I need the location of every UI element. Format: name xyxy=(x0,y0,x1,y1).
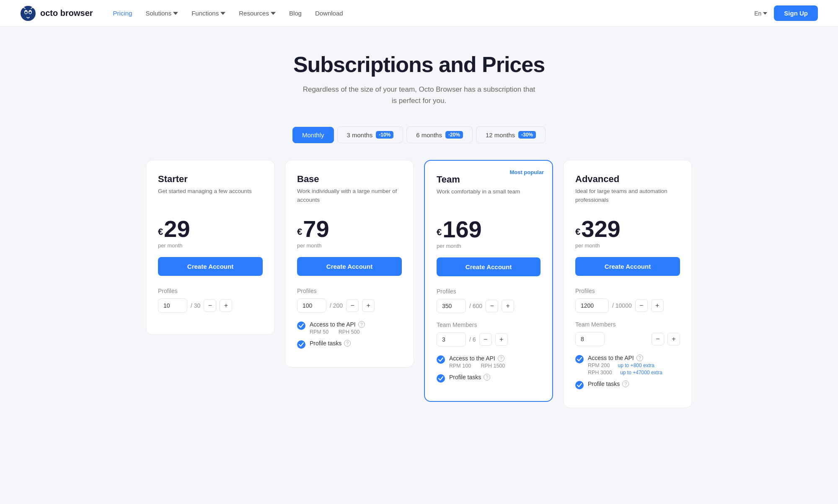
profiles-max-starter: / 30 xyxy=(191,302,200,309)
price-currency-team: € xyxy=(437,226,442,239)
members-label-advanced: Team Members xyxy=(575,321,680,328)
plan-name-starter: Starter xyxy=(158,174,263,185)
profiles-input-advanced[interactable]: 1200 xyxy=(575,298,609,313)
language-selector[interactable]: En xyxy=(754,10,767,17)
feature-tasks-base: Profile tasks ? xyxy=(297,340,402,349)
rpm-advanced: RPM 200 xyxy=(588,363,610,368)
rph-team: RPH 1500 xyxy=(481,363,505,369)
profiles-label-base: Profiles xyxy=(297,288,402,294)
feature-api-advanced: Access to the API ? RPM 200 up to +800 e… xyxy=(575,355,680,375)
profiles-decrease-starter[interactable]: − xyxy=(204,299,216,312)
members-decrease-team[interactable]: − xyxy=(479,333,492,346)
members-decrease-advanced[interactable]: − xyxy=(652,333,664,345)
rph-advanced: RPH 3000 xyxy=(588,370,612,375)
feature-api-text-advanced: Access to the API ? RPM 200 up to +800 e… xyxy=(588,355,667,375)
cta-advanced[interactable]: Create Account xyxy=(575,257,680,276)
profiles-row-base: 100 / 200 − + xyxy=(297,298,402,313)
nav-link-resources[interactable]: Resources xyxy=(239,10,276,17)
nav-link-functions[interactable]: Functions xyxy=(191,10,225,17)
billing-6months[interactable]: 6 months -20% xyxy=(406,126,473,143)
profiles-label-team: Profiles xyxy=(437,288,541,295)
navbar: octo browser Pricing Solutions Functions… xyxy=(0,0,838,27)
check-api-base xyxy=(297,321,305,330)
rpm-extra-advanced: up to +800 extra xyxy=(618,363,654,368)
feature-tasks-team: Profile tasks ? xyxy=(437,374,541,383)
profiles-row-starter: 10 / 30 − + xyxy=(158,298,263,313)
profiles-increase-starter[interactable]: + xyxy=(220,299,232,312)
cta-team[interactable]: Create Account xyxy=(437,257,541,276)
rph-base: RPH 500 xyxy=(339,329,360,335)
feature-api-team: Access to the API ? RPM 100 RPH 1500 xyxy=(437,355,541,369)
discount-12months: -30% xyxy=(518,131,536,139)
rpm-team: RPM 100 xyxy=(449,363,471,369)
nav-link-download[interactable]: Download xyxy=(315,10,343,17)
profiles-increase-base[interactable]: + xyxy=(362,299,375,312)
nav-links: Pricing Solutions Functions Resources Bl… xyxy=(113,10,755,17)
profiles-input-base[interactable]: 100 xyxy=(297,298,326,313)
help-api-base[interactable]: ? xyxy=(358,321,365,328)
billing-monthly[interactable]: Monthly xyxy=(292,127,334,143)
profiles-decrease-base[interactable]: − xyxy=(346,299,359,312)
profiles-row-team: 350 / 600 − + xyxy=(437,299,541,313)
profiles-decrease-team[interactable]: − xyxy=(486,300,498,312)
help-api-team[interactable]: ? xyxy=(498,355,504,362)
check-tasks-base xyxy=(297,340,305,349)
feature-tasks-text-base: Profile tasks ? xyxy=(310,340,351,347)
page-subtitle: Regardless of the size of your team, Oct… xyxy=(302,84,536,106)
price-period-base: per month xyxy=(297,242,402,249)
price-period-starter: per month xyxy=(158,242,263,249)
help-api-advanced[interactable]: ? xyxy=(636,355,643,361)
discount-3months: -10% xyxy=(376,131,393,139)
members-input-team[interactable]: 3 xyxy=(437,332,466,347)
members-label-team: Team Members xyxy=(437,321,541,328)
check-tasks-team xyxy=(437,374,445,383)
price-currency-advanced: € xyxy=(575,226,580,239)
nav-link-blog[interactable]: Blog xyxy=(289,10,302,17)
price-amount-starter: 29 xyxy=(164,217,190,241)
cta-starter[interactable]: Create Account xyxy=(158,257,263,276)
logo[interactable]: octo browser xyxy=(20,5,93,21)
nav-link-solutions[interactable]: Solutions xyxy=(145,10,178,17)
price-amount-team: 169 xyxy=(442,218,481,241)
profiles-max-base: / 200 xyxy=(330,302,343,309)
plan-desc-base: Work individually with a large number of… xyxy=(297,187,402,207)
price-period-team: per month xyxy=(437,243,541,249)
plan-starter: Starter Get started managing a few accou… xyxy=(146,160,275,335)
profiles-decrease-advanced[interactable]: − xyxy=(635,299,648,312)
profiles-input-team[interactable]: 350 xyxy=(437,299,466,313)
nav-link-pricing[interactable]: Pricing xyxy=(113,10,132,17)
members-max-team: / 6 xyxy=(469,336,476,343)
members-increase-team[interactable]: + xyxy=(495,333,508,346)
billing-3months[interactable]: 3 months -10% xyxy=(337,126,403,143)
signup-button[interactable]: Sign Up xyxy=(774,5,818,21)
cta-base[interactable]: Create Account xyxy=(297,257,402,276)
plan-advanced: Advanced Ideal for large teams and autom… xyxy=(563,160,692,408)
plan-price-advanced: € 329 xyxy=(575,217,680,241)
members-input-advanced[interactable]: 8 xyxy=(575,332,605,346)
price-period-advanced: per month xyxy=(575,242,680,249)
profiles-increase-team[interactable]: + xyxy=(502,300,514,312)
help-tasks-advanced[interactable]: ? xyxy=(622,381,629,387)
members-increase-advanced[interactable]: + xyxy=(667,333,680,345)
check-tasks-advanced xyxy=(575,381,584,389)
help-tasks-team[interactable]: ? xyxy=(484,374,490,381)
discount-6months: -20% xyxy=(445,131,463,139)
check-api-advanced xyxy=(575,355,584,363)
svg-point-3 xyxy=(25,11,27,13)
plan-name-team: Team xyxy=(437,174,541,185)
price-amount-advanced: 329 xyxy=(581,217,620,241)
page-header: Subscriptions and Prices Regardless of t… xyxy=(146,52,692,106)
profiles-max-advanced: / 10000 xyxy=(612,302,632,309)
profiles-increase-advanced[interactable]: + xyxy=(651,299,664,312)
profiles-input-starter[interactable]: 10 xyxy=(158,298,187,313)
profiles-label-advanced: Profiles xyxy=(575,288,680,294)
billing-12months[interactable]: 12 months -30% xyxy=(476,126,546,143)
plan-price-base: € 79 xyxy=(297,217,402,241)
profiles-max-team: / 600 xyxy=(469,303,482,309)
rph-extra-advanced: up to +47000 extra xyxy=(620,370,662,375)
feature-api-text-base: Access to the API ? RPM 50 RPH 500 xyxy=(310,321,365,335)
help-tasks-base[interactable]: ? xyxy=(344,340,351,347)
billing-toggle: Monthly 3 months -10% 6 months -20% 12 m… xyxy=(146,126,692,143)
feature-api-base: Access to the API ? RPM 50 RPH 500 xyxy=(297,321,402,335)
plan-team: Most popular Team Work comfortably in a … xyxy=(424,160,553,402)
